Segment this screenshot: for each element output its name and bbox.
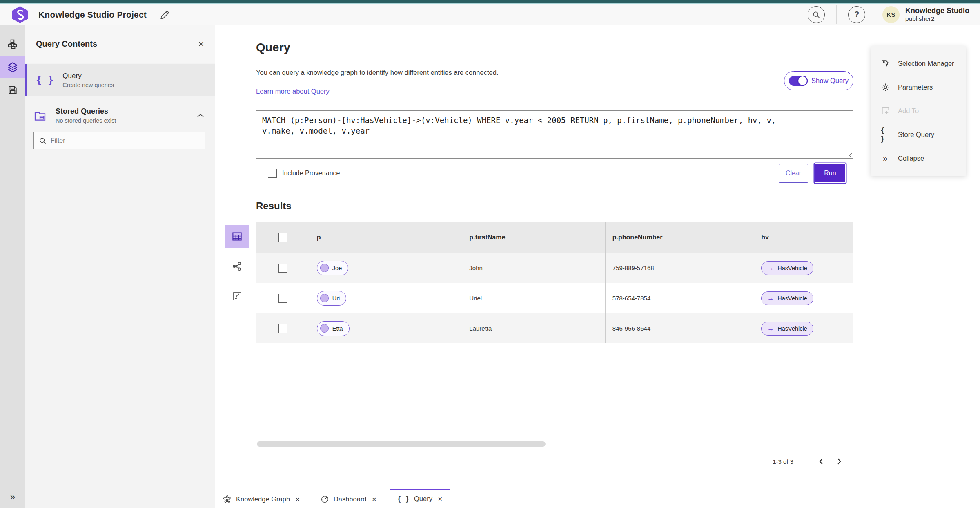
chevron-right-icon <box>837 458 842 465</box>
row-checkbox[interactable] <box>278 324 287 333</box>
edge-label: HasVehicle <box>777 295 807 302</box>
collapse-item[interactable]: » Collapse <box>871 146 966 170</box>
search-icon <box>812 11 820 19</box>
user-role: publisher2 <box>905 15 969 22</box>
tab-query[interactable]: { } Query ✕ <box>390 489 449 508</box>
user-name: Knowledge Studio <box>905 7 969 15</box>
table-row[interactable]: Uri Uriel 578-654-7854 → HasVehicle <box>256 283 853 313</box>
side-action-panel: Selection Manager Parameters Add To { } <box>871 46 966 176</box>
layers-icon <box>7 61 18 73</box>
parameters-item[interactable]: Parameters <box>871 75 966 99</box>
filter-field <box>33 132 205 149</box>
project-title: Knowledge Studio Project <box>38 10 147 20</box>
column-header-firstname[interactable]: p.firstName <box>462 222 606 253</box>
next-page-button[interactable] <box>830 452 848 470</box>
show-query-toggle[interactable]: Show Query <box>784 71 853 90</box>
close-tab-icon[interactable]: ✕ <box>438 496 443 502</box>
include-provenance-label: Include Provenance <box>282 170 340 177</box>
resize-handle[interactable] <box>847 152 852 157</box>
rail-item-queries[interactable] <box>0 56 25 78</box>
close-tab-icon[interactable]: ✕ <box>372 496 377 503</box>
learn-more-link[interactable]: Learn more about Query <box>256 87 330 95</box>
table-header-row: p p.firstName p.phoneNumber hv <box>256 222 853 253</box>
horizontal-scrollbar[interactable] <box>257 441 546 447</box>
tab-knowledge-graph[interactable]: Knowledge Graph ✕ <box>216 489 307 508</box>
node-pill[interactable]: Etta <box>317 321 350 336</box>
app-header: Knowledge Studio Project ? KS Knowledge … <box>0 4 980 25</box>
tab-label: Knowledge Graph <box>236 495 290 503</box>
selection-manager-icon <box>881 59 890 68</box>
toggle-knob <box>797 76 808 86</box>
chart-view-button[interactable] <box>225 284 249 308</box>
table-row[interactable]: Etta Lauretta 846-956-8644 → HasVehicle <box>256 313 853 343</box>
table-body: Joe John 759-889-57168 → HasVehicle <box>256 253 853 343</box>
selection-manager-item[interactable]: Selection Manager <box>871 51 966 75</box>
page-title: Query <box>256 41 290 54</box>
cell-firstname: Uriel <box>462 283 606 313</box>
query-code-area: MATCH (p:Person)-[hv:HasVehicle]->(v:Veh… <box>256 110 853 159</box>
column-header-phonenumber[interactable]: p.phoneNumber <box>606 222 755 253</box>
collapse-icon: » <box>880 153 890 163</box>
query-controls-row: Include Provenance Clear Run <box>256 159 853 188</box>
braces-icon: { } <box>397 495 410 503</box>
column-header-hv[interactable]: hv <box>754 222 853 253</box>
node-label: Uri <box>332 295 340 302</box>
edge-pill[interactable]: → HasVehicle <box>761 322 813 336</box>
search-button[interactable] <box>808 6 825 23</box>
toggle-track <box>789 76 808 86</box>
graph-view-button[interactable] <box>225 255 249 278</box>
expand-panel-icon[interactable]: » <box>0 492 25 502</box>
rail-item-save[interactable] <box>0 78 25 101</box>
column-header-p[interactable]: p <box>310 222 462 253</box>
arrow-right-icon: → <box>767 325 774 332</box>
app-logo-icon <box>11 6 29 24</box>
tab-dashboard[interactable]: Dashboard ✕ <box>314 489 383 508</box>
filter-search-icon <box>39 137 47 145</box>
document-tabbar: Knowledge Graph ✕ Dashboard ✕ { } Query … <box>215 489 980 508</box>
cell-phonenumber: 578-654-7854 <box>606 283 755 313</box>
node-dot-icon <box>320 324 329 333</box>
rail-item-model[interactable] <box>0 33 25 56</box>
help-button[interactable]: ? <box>848 6 865 23</box>
node-pill[interactable]: Uri <box>317 291 347 306</box>
hierarchy-icon <box>7 39 18 49</box>
run-button[interactable]: Run <box>815 163 846 183</box>
panel-item-query[interactable]: { } Query Create new queries <box>25 64 215 96</box>
table-icon <box>232 231 243 242</box>
row-checkbox[interactable] <box>278 294 287 303</box>
query-contents-panel: Query Contents ✕ { } Query Create new qu… <box>25 25 215 508</box>
selection-manager-label: Selection Manager <box>898 60 954 67</box>
edit-title-icon[interactable] <box>160 9 170 20</box>
edge-label: HasVehicle <box>777 265 807 271</box>
stored-queries-subtitle: No stored queries exist <box>56 117 116 124</box>
pagination-bar: 1-3 of 3 <box>256 447 853 476</box>
filter-input[interactable] <box>51 137 205 144</box>
cell-firstname: Lauretta <box>462 313 606 343</box>
clear-button[interactable]: Clear <box>779 164 808 183</box>
row-checkbox[interactable] <box>278 264 287 273</box>
node-pill[interactable]: Joe <box>317 261 348 275</box>
panel-header: Query Contents ✕ <box>25 25 215 63</box>
node-dot-icon <box>320 264 329 272</box>
pagination-range: 1-3 of 3 <box>773 458 793 465</box>
table-row[interactable]: Joe John 759-889-57168 → HasVehicle <box>256 253 853 283</box>
query-textarea[interactable]: MATCH (p:Person)-[hv:HasVehicle]->(v:Veh… <box>256 111 853 158</box>
store-query-item[interactable]: { } Store Query <box>871 123 966 146</box>
chevron-up-icon[interactable] <box>197 113 204 118</box>
gear-icon <box>881 83 890 92</box>
edge-pill[interactable]: → HasVehicle <box>761 261 813 275</box>
header-divider <box>836 5 837 24</box>
edge-pill[interactable]: → HasVehicle <box>761 291 813 305</box>
brand-top-strip <box>0 0 980 3</box>
node-dot-icon <box>320 294 329 302</box>
cell-phonenumber: 846-956-8644 <box>606 313 755 343</box>
include-provenance-checkbox[interactable] <box>268 169 277 178</box>
avatar[interactable]: KS <box>882 6 900 23</box>
close-tab-icon[interactable]: ✕ <box>295 496 300 503</box>
close-panel-icon[interactable]: ✕ <box>198 40 204 49</box>
previous-page-button[interactable] <box>812 452 830 470</box>
stored-queries-section[interactable]: Stored Queries No stored queries exist <box>25 101 215 126</box>
query-item-text: Query Create new queries <box>62 72 114 88</box>
select-all-checkbox[interactable] <box>278 233 287 242</box>
table-view-button[interactable] <box>225 225 249 248</box>
